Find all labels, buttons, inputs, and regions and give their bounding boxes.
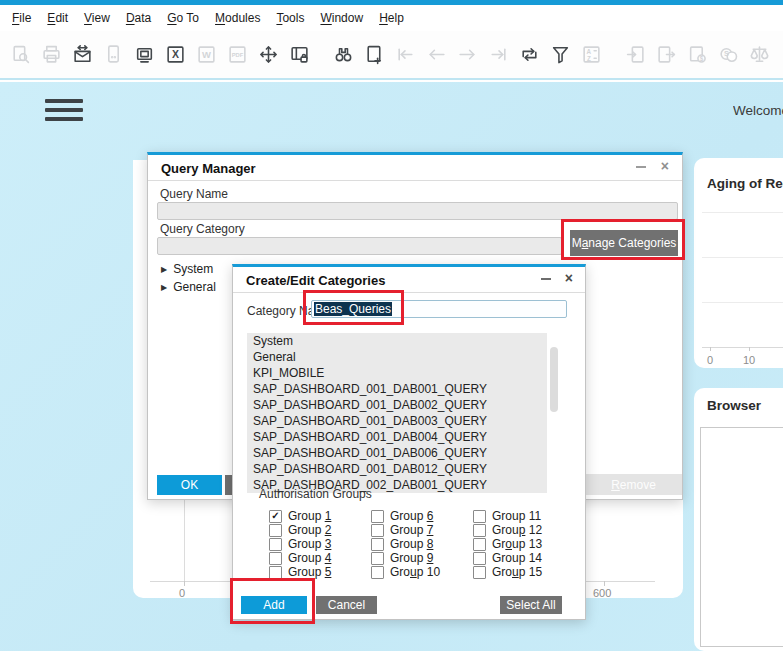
minimize-icon[interactable] bbox=[636, 166, 646, 168]
checkbox-group-1[interactable]: ✓Group 1 bbox=[269, 509, 371, 523]
navigate-back-icon bbox=[623, 42, 648, 67]
menu-item-help[interactable]: Help bbox=[379, 11, 404, 25]
remove-button[interactable]: Remove bbox=[585, 474, 682, 495]
close-icon[interactable]: × bbox=[565, 270, 573, 286]
checkbox-icon[interactable] bbox=[269, 552, 282, 565]
checkbox-group-12[interactable]: Group 12 bbox=[473, 523, 542, 537]
tree-item-general[interactable]: ▶General bbox=[161, 280, 216, 294]
category-list-item[interactable]: KPI_MOBILE bbox=[247, 365, 547, 381]
checkbox-label: Group 11 bbox=[492, 509, 541, 523]
menu-item-data[interactable]: Data bbox=[126, 11, 151, 25]
dialog-title: Create/Edit Categories bbox=[246, 273, 385, 288]
category-list-item[interactable]: SAP_DASHBOARD_001_DAB006_QUERY bbox=[247, 445, 547, 461]
checkbox-group-3[interactable]: Group 3 bbox=[269, 537, 371, 551]
svg-text:X: X bbox=[172, 48, 179, 60]
next-record-icon bbox=[455, 42, 480, 67]
checkbox-icon[interactable] bbox=[269, 566, 282, 579]
filter-table-icon[interactable] bbox=[548, 42, 573, 67]
checkbox-icon[interactable] bbox=[371, 552, 384, 565]
tree-item-system[interactable]: ▶System bbox=[161, 262, 213, 276]
category-list-item[interactable]: SAP_DASHBOARD_001_DAB003_QUERY bbox=[247, 413, 547, 429]
menu-item-window[interactable]: Window bbox=[320, 11, 363, 25]
checkbox-icon[interactable] bbox=[473, 524, 486, 537]
ok-button[interactable]: OK bbox=[157, 475, 222, 495]
refresh-record-icon[interactable] bbox=[517, 42, 542, 67]
checkbox-checked-icon[interactable]: ✓ bbox=[269, 510, 282, 523]
checkbox-icon[interactable] bbox=[269, 538, 282, 551]
checkbox-icon[interactable] bbox=[473, 566, 486, 579]
checkbox-icon[interactable] bbox=[473, 538, 486, 551]
menu-item-tools[interactable]: Tools bbox=[276, 11, 304, 25]
print-layout-icon[interactable] bbox=[132, 42, 157, 67]
sort-table-icon: AZ bbox=[579, 42, 604, 67]
checkbox-icon[interactable] bbox=[269, 524, 282, 537]
checkbox-group-9[interactable]: Group 9 bbox=[371, 551, 473, 565]
welcome-text: Welcome bbox=[733, 103, 783, 118]
hamburger-menu-icon[interactable] bbox=[45, 99, 83, 123]
close-icon[interactable]: × bbox=[661, 158, 669, 174]
select-all-button[interactable]: Select All bbox=[500, 596, 562, 614]
chart-tick bbox=[710, 347, 711, 351]
browser-panel: Browser bbox=[694, 388, 783, 651]
find-icon[interactable] bbox=[331, 42, 356, 67]
checkbox-group-14[interactable]: Group 14 bbox=[473, 551, 542, 565]
menu-item-file[interactable]: File bbox=[12, 11, 31, 25]
category-list-item[interactable]: SAP_DASHBOARD_001_DAB012_QUERY bbox=[247, 461, 547, 477]
checkbox-icon[interactable] bbox=[371, 524, 384, 537]
scrollbar-thumb[interactable] bbox=[550, 347, 558, 412]
menu-item-edit[interactable]: Edit bbox=[47, 11, 68, 25]
lock-layout-icon[interactable] bbox=[287, 42, 312, 67]
category-list-item[interactable]: System bbox=[247, 333, 547, 349]
divider bbox=[148, 180, 682, 181]
email-icon[interactable] bbox=[70, 42, 95, 67]
category-list-item[interactable]: SAP_DASHBOARD_001_DAB001_QUERY bbox=[247, 381, 547, 397]
checkbox-group-2[interactable]: Group 2 bbox=[269, 523, 371, 537]
checkbox-label: Group 14 bbox=[492, 551, 542, 565]
checkbox-label: Group 3 bbox=[288, 537, 331, 551]
x-tick-label: 0 bbox=[707, 354, 713, 366]
move-icon[interactable] bbox=[256, 42, 281, 67]
category-list-item[interactable]: SAP_DASHBOARD_001_DAB002_QUERY bbox=[247, 397, 547, 413]
category-name-input[interactable]: Beas_Queries bbox=[311, 300, 567, 318]
menu-item-view[interactable]: View bbox=[84, 11, 110, 25]
add-button[interactable]: Add bbox=[241, 596, 307, 614]
menu-bar: FileEditViewDataGo ToModulesToolsWindowH… bbox=[0, 5, 783, 31]
doc-preview-icon bbox=[8, 42, 33, 67]
checkbox-group-6[interactable]: Group 6 bbox=[371, 509, 473, 523]
checkbox-icon[interactable] bbox=[371, 510, 384, 523]
export-word-icon: W bbox=[194, 42, 219, 67]
query-name-input[interactable] bbox=[157, 202, 678, 220]
main-area: 0 600 Aging of Receivables 0 10 Browser … bbox=[0, 82, 783, 651]
authorisation-groups-label: Authorisation Groups bbox=[259, 487, 372, 501]
checkbox-group-4[interactable]: Group 4 bbox=[269, 551, 371, 565]
previous-record-icon bbox=[424, 42, 449, 67]
checkbox-group-10[interactable]: Group 10 bbox=[371, 565, 473, 579]
menu-item-go-to[interactable]: Go To bbox=[167, 11, 199, 25]
menu-item-modules[interactable]: Modules bbox=[215, 11, 260, 25]
query-category-input[interactable] bbox=[157, 237, 562, 255]
checkbox-icon[interactable] bbox=[473, 552, 486, 565]
last-record-icon bbox=[486, 42, 511, 67]
cancel-button[interactable]: Cancel bbox=[316, 596, 377, 614]
category-list-item[interactable]: SAP_DASHBOARD_001_DAB004_QUERY bbox=[247, 429, 547, 445]
aging-of-receivables-panel: Aging of Receivables 0 10 bbox=[694, 158, 783, 368]
category-list[interactable]: SystemGeneralKPI_MOBILESAP_DASHBOARD_001… bbox=[247, 333, 547, 493]
svg-text:A: A bbox=[587, 48, 592, 55]
add-record-icon[interactable] bbox=[362, 42, 387, 67]
checkbox-icon[interactable] bbox=[371, 566, 384, 579]
category-list-item[interactable]: General bbox=[247, 349, 547, 365]
checkbox-label: Group 7 bbox=[390, 523, 433, 537]
export-excel-icon[interactable]: X bbox=[163, 42, 188, 67]
manage-categories-button[interactable]: Manage Categories bbox=[570, 230, 678, 256]
checkbox-group-15[interactable]: Group 15 bbox=[473, 565, 542, 579]
checkbox-group-5[interactable]: Group 5 bbox=[269, 565, 371, 579]
checkbox-group-13[interactable]: Group 13 bbox=[473, 537, 542, 551]
browser-content-box bbox=[700, 427, 783, 647]
checkbox-group-7[interactable]: Group 7 bbox=[371, 523, 473, 537]
checkbox-icon[interactable] bbox=[371, 538, 384, 551]
minimize-icon[interactable] bbox=[541, 278, 551, 280]
selected-text: Beas_Queries bbox=[314, 302, 392, 316]
checkbox-icon[interactable] bbox=[473, 510, 486, 523]
checkbox-group-8[interactable]: Group 8 bbox=[371, 537, 473, 551]
checkbox-group-11[interactable]: Group 11 bbox=[473, 509, 542, 523]
